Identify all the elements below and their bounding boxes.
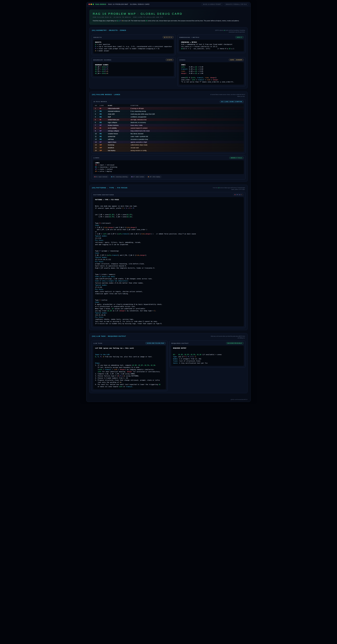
- footer-link[interactable]: github.com/onestardao/WFGY: [231, 399, 248, 400]
- modes-table: NO LANE NAME SYMPTOM 1INhallucination/dr…: [93, 104, 244, 152]
- window-controls: [88, 4, 94, 5]
- section-geometry: [01] GEOMETRY · OBJECTS · ZONES Q/E/P/A …: [89, 27, 248, 88]
- table-row: 7STbroken memoryloses story / state: [93, 124, 244, 126]
- legend-chip: IN · input / retrieval: [93, 176, 109, 178]
- panel-objects: OBJECTS Q / E / P / A OBJECTSQ = user qu…: [92, 34, 176, 55]
- minimize-button[interactable]: [90, 4, 92, 5]
- table-row: 1INhallucination/driftE wrong or off-top…: [93, 107, 244, 110]
- panel-embedding-metric: EMBEDDING + METRIC ΔS(X,Y) EMBEDDING + M…: [178, 34, 246, 53]
- panel-required-output: REQUIRED OUTPUT MACHINE-READABLE REQUIRE…: [170, 340, 246, 368]
- section-geometry-note: Q/E/P/A objects, ΔS metric and four boun…: [210, 30, 245, 33]
- panel-zones: ZONES SAFE → DANGER ZONESsafe: 0.00 ≤ ΔS…: [178, 57, 246, 86]
- boundary-badge: 4 CUTS: [166, 59, 174, 61]
- boundary-code: BOUNDARY SCORESΔS_QE = ΔS(Q,E)ΔS_EP = ΔS…: [93, 62, 174, 76]
- table-row: 9STentropy collapselong context turns in…: [93, 130, 244, 132]
- column-header-lane: LANE: [100, 105, 108, 106]
- badge-semantic-firewall: SEMANTIC FIREWALL FOR RAG: [224, 3, 248, 6]
- maximize-button[interactable]: [92, 4, 94, 5]
- legend-dot-icon: [148, 176, 149, 177]
- titlebar-badges: IMAGE-AS-DEBUG PROMPT SEMANTIC FIREWALL …: [201, 3, 248, 6]
- section-failure-modes-note: 16 named failure modes across 4 lanes. U…: [210, 94, 245, 97]
- page-subtitle: ONE FAILING RUN IN · 16 WAYS TO BREAK · …: [93, 16, 244, 18]
- llm-task-label: LLM TASK: [94, 342, 102, 344]
- lanes-code: LANESIN = input / retrievalRE = reasonin…: [93, 160, 244, 174]
- embedding-label: EMBEDDING + METRIC: [180, 36, 200, 38]
- panel-rag-modes: 16 RAG MODES NO / LANE / NAME / SYMPTOM …: [92, 99, 246, 154]
- panel-llm-task: LLM TASK GIVEN ONE FAILING RUN LLM TASK …: [92, 340, 168, 391]
- window-footer: github.com/onestardao/WFGY: [86, 398, 250, 402]
- column-header-symptom: SYMPTOM: [130, 105, 244, 106]
- legend-chip: ST · state / context: [130, 176, 146, 178]
- table-row: 6RElogic collapsedead-end, no recovery: [93, 121, 244, 124]
- required-output-code: REQUIRED OUTPUT ΔS: ΔS_QE, ΔS_EP, ΔS_PA,…: [171, 346, 244, 366]
- card-content: RAG 16 PROBLEM MAP · GLOBAL DEBUG CARD O…: [86, 6, 250, 398]
- column-header-name: NAME: [108, 105, 130, 106]
- legend-dot-icon: [132, 176, 132, 177]
- panel-lanes: LANES WHERE IT FAILS LANESIN = input / r…: [92, 155, 246, 180]
- legend-dot-icon: [94, 176, 95, 177]
- lanes-legend: IN · input / retrievalRE · reasoning / p…: [93, 176, 244, 178]
- llm-task-code: LLM TASK (given one failing run + this c…: [93, 346, 166, 390]
- table-row: 16OPbad deploywrong version or config: [93, 149, 244, 152]
- window-title-rest: · RAG 16 PROBLEM MAP · GLOBAL DEBUG CARD: [106, 4, 150, 5]
- table-row: 14OPbootstrapcalled before deps ready: [93, 144, 244, 146]
- objects-label: OBJECTS: [94, 36, 102, 38]
- table-row: 2REmisread evidenceE ok, reasoning wrong: [93, 110, 244, 112]
- zones-badge: SAFE → DANGER: [229, 59, 244, 61]
- modes-table-body: 1INhallucination/driftE wrong or off-top…: [93, 107, 244, 152]
- panel-pattern-definitions: PATTERN DEFINITIONS R / P / S / I PATTER…: [92, 192, 246, 328]
- required-output-label: REQUIRED OUTPUT: [172, 342, 189, 344]
- patterns-label: PATTERN DEFINITIONS: [94, 194, 114, 196]
- table-row: 13STagent chaosagents overwrite or fight: [93, 140, 244, 144]
- section-llm-task-note: What any LLM must do when you feed this …: [210, 336, 245, 339]
- objects-code: OBJECTSQ = user questionE = top-k retrie…: [93, 40, 174, 54]
- legend-dot-icon: [111, 176, 112, 177]
- table-row: 11REsymbol failcode / math / symbols fai…: [93, 135, 244, 138]
- required-output-badge: MACHINE-READABLE: [226, 342, 244, 344]
- panel-boundary-scores: BOUNDARY SCORES 4 CUTS BOUNDARY SCORESΔS…: [92, 57, 176, 78]
- modes-table-header: NO LANE NAME SYMPTOM: [93, 104, 244, 107]
- section-failure-modes: [02] FAILURE MODES · LANES 16 named fail…: [89, 92, 248, 182]
- table-row: 3REchain driftmulti-step plan drifts awa…: [93, 112, 244, 115]
- section-patterns-note: From four ΔS zones to failure type and f…: [210, 187, 245, 190]
- lanes-badge: WHERE IT FAILS: [229, 157, 244, 159]
- legend-chip: OP · infra / deploy: [146, 176, 162, 178]
- page-title: RAG 16 PROBLEM MAP · GLOBAL DEBUG CARD: [93, 12, 244, 15]
- rag-modes-label: 16 RAG MODES: [94, 101, 107, 102]
- table-row: 10REcreative freezeflat, literal, blocke…: [93, 132, 244, 135]
- patterns-badge: R / P / S / I: [233, 194, 244, 196]
- table-row: 8INno E visibilitycannot inspect E conte…: [93, 126, 244, 130]
- debug-card-window: RAG-DEBUG · RAG 16 PROBLEM MAP · GLOBAL …: [86, 2, 251, 402]
- table-row: 15OPdeadlockcircular wait: [93, 146, 244, 149]
- section-llm-task: [04] LLM TASK · REQUIRED OUTPUT What any…: [89, 333, 248, 393]
- column-header-no: NO: [93, 105, 100, 106]
- embedding-badge: ΔS(X,Y): [235, 36, 244, 38]
- zones-label: ZONES: [180, 59, 186, 60]
- page-description: Feed this image plus a single failing ru…: [93, 20, 244, 22]
- table-row: 4REbluffconfident, unsupported: [93, 115, 244, 118]
- embedding-code: EMBEDDING + METRICI(X) = embedding of te…: [179, 40, 244, 52]
- close-button[interactable]: [88, 4, 90, 5]
- titlebar: RAG-DEBUG · RAG 16 PROBLEM MAP · GLOBAL …: [86, 2, 250, 6]
- table-row: 5INembed false possim high, relevance lo…: [93, 118, 244, 121]
- lanes-label: LANES: [94, 157, 100, 158]
- rag-modes-badge: NO / LANE / NAME / SYMPTOM: [220, 100, 244, 103]
- legend-chip: RE · reasoning / planning: [110, 176, 129, 178]
- table-row: 12REself-looprecursion or paradox loop: [93, 138, 244, 140]
- window-title: RAG-DEBUG · RAG 16 PROBLEM MAP · GLOBAL …: [96, 4, 150, 5]
- section-patterns: [03] PATTERNS → TYPE → FIX FOCUS From fo…: [89, 185, 248, 330]
- llm-task-badge: GIVEN ONE FAILING RUN: [146, 342, 166, 344]
- badge-image-as-debug-prompt: IMAGE-AS-DEBUG PROMPT: [201, 3, 223, 6]
- hero: RAG 16 PROBLEM MAP · GLOBAL DEBUG CARD O…: [89, 10, 248, 25]
- zones-code: ZONESsafe: 0.00 ≤ ΔS < 0.40transit: 0.40…: [179, 62, 244, 85]
- boundary-label: BOUNDARY SCORES: [94, 59, 112, 60]
- section-llm-task-title: [04] LLM TASK · REQUIRED OUTPUT: [92, 336, 126, 337]
- section-failure-modes-title: [02] FAILURE MODES · LANES: [92, 94, 120, 95]
- section-geometry-title: [01] GEOMETRY · OBJECTS · ZONES: [92, 30, 126, 31]
- patterns-code: PATTERNS → TYPE → FIX FOCUS Note: one mo…: [93, 197, 244, 326]
- section-patterns-title: [03] PATTERNS → TYPE → FIX FOCUS: [92, 187, 128, 188]
- objects-badge: Q / E / P / A: [163, 36, 174, 38]
- app-name: RAG-DEBUG: [96, 4, 106, 5]
